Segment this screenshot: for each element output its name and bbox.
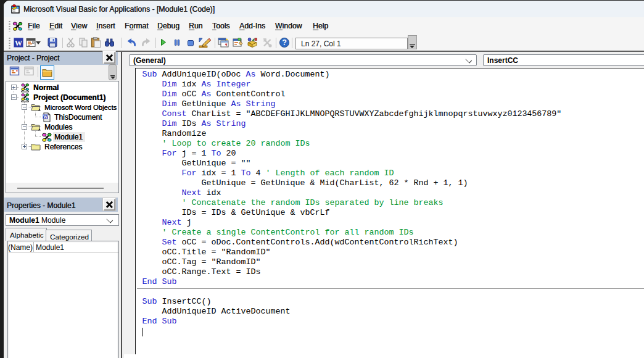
svg-text:W: W	[43, 114, 48, 120]
svg-text:?: ?	[282, 38, 287, 47]
svg-text:W: W	[15, 39, 22, 48]
